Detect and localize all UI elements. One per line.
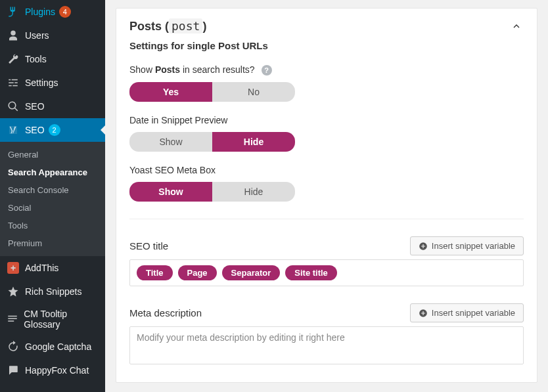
seo-submenu: General Search Appearance Search Console… bbox=[0, 142, 105, 256]
insert-variable-title-button[interactable]: Insert snippet variable bbox=[410, 236, 524, 255]
yoast-icon bbox=[7, 123, 20, 137]
chip-separator[interactable]: Separator bbox=[222, 265, 281, 280]
nav-label: Tools bbox=[25, 54, 47, 64]
admin-sidebar: Plugins 4 Users Tools Settings SEO SEO 2… bbox=[0, 0, 105, 392]
subnav-tools[interactable]: Tools bbox=[0, 217, 105, 234]
chip-page[interactable]: Page bbox=[178, 265, 217, 280]
section-show-in-search: Show Posts in search results? ? Yes No bbox=[129, 64, 524, 102]
subnav-general[interactable]: General bbox=[0, 146, 105, 163]
nav-addthis[interactable]: + AddThis bbox=[0, 256, 105, 280]
main-content: Posts (post) Settings for single Post UR… bbox=[105, 0, 548, 392]
plus-circle-icon bbox=[419, 242, 428, 251]
help-icon[interactable]: ? bbox=[262, 65, 272, 76]
plug-icon bbox=[7, 5, 20, 18]
post-type-code: post bbox=[169, 18, 202, 33]
nav-label: AddThis bbox=[25, 263, 58, 273]
nav-plugins[interactable]: Plugins 4 bbox=[0, 0, 105, 24]
chip-title[interactable]: Title bbox=[137, 265, 173, 280]
addthis-icon: + bbox=[7, 261, 20, 274]
recaptcha-icon bbox=[7, 340, 20, 353]
search-icon bbox=[7, 100, 20, 113]
toggle-date-snippet: Show Hide bbox=[129, 132, 295, 152]
posts-panel: Posts (post) Settings for single Post UR… bbox=[116, 8, 537, 383]
toggle-meta-box: Show Hide bbox=[129, 182, 295, 202]
nav-label: Rich Snippets bbox=[25, 286, 81, 297]
nav-label: HappyFox Chat bbox=[25, 365, 89, 376]
subnav-premium[interactable]: Premium bbox=[0, 234, 105, 252]
wrench-icon bbox=[7, 53, 20, 66]
collapse-toggle[interactable] bbox=[509, 19, 524, 33]
nav-cm-tooltip[interactable]: CM Tooltip Glossary bbox=[0, 303, 105, 335]
subnav-search-appearance[interactable]: Search Appearance bbox=[0, 163, 105, 181]
seo-title-label: SEO title bbox=[129, 240, 168, 251]
plugins-badge: 4 bbox=[59, 6, 71, 18]
nav-label: CM Tooltip Glossary bbox=[24, 309, 99, 330]
meta-description-input[interactable] bbox=[129, 326, 524, 364]
toggle-hide[interactable]: Hide bbox=[212, 132, 295, 152]
subnav-search-console[interactable]: Search Console bbox=[0, 181, 105, 199]
seo-badge: 2 bbox=[49, 124, 60, 136]
toggle-show-in-search: Yes No bbox=[129, 82, 295, 102]
nav-happyfox-chat[interactable]: HappyFox Chat bbox=[0, 359, 105, 382]
show-in-search-label: Show Posts in search results? ? bbox=[129, 64, 524, 76]
nav-label: Settings bbox=[25, 77, 58, 88]
seo-title-input[interactable]: Title Page Separator Site title bbox=[129, 259, 524, 286]
meta-description-label: Meta description bbox=[129, 307, 202, 318]
nav-label: SEO bbox=[25, 125, 45, 135]
user-icon bbox=[7, 29, 20, 42]
toggle-show-2[interactable]: Show bbox=[129, 182, 212, 202]
chat-icon bbox=[7, 364, 20, 377]
chevron-up-icon bbox=[511, 21, 522, 32]
nav-google-captcha[interactable]: Google Captcha bbox=[0, 335, 105, 359]
nav-seo-generic[interactable]: SEO bbox=[0, 95, 105, 118]
toggle-no[interactable]: No bbox=[212, 82, 295, 102]
section-meta-box: Yoast SEO Meta Box Show Hide bbox=[129, 165, 524, 202]
insert-variable-meta-button[interactable]: Insert snippet variable bbox=[410, 303, 524, 322]
toggle-yes[interactable]: Yes bbox=[129, 82, 212, 102]
nav-label: SEO bbox=[25, 101, 45, 112]
sliders-icon bbox=[7, 76, 20, 89]
nav-seo-yoast[interactable]: SEO 2 bbox=[0, 118, 105, 142]
nav-users[interactable]: Users bbox=[0, 24, 105, 47]
separator bbox=[129, 219, 524, 219]
meta-box-label: Yoast SEO Meta Box bbox=[129, 165, 524, 175]
nav-rich-snippets[interactable]: Rich Snippets bbox=[0, 280, 105, 303]
section-date-snippet: Date in Snippet Preview Show Hide bbox=[129, 115, 524, 152]
nav-tools[interactable]: Tools bbox=[0, 47, 105, 71]
toggle-show[interactable]: Show bbox=[129, 132, 212, 152]
nav-label: Users bbox=[25, 30, 49, 41]
plus-circle-icon bbox=[419, 309, 428, 318]
chip-site-title[interactable]: Site title bbox=[285, 265, 337, 280]
nav-label: Plugins bbox=[25, 7, 55, 17]
subnav-social[interactable]: Social bbox=[0, 199, 105, 217]
nav-settings[interactable]: Settings bbox=[0, 71, 105, 95]
star-icon bbox=[7, 285, 20, 298]
nav-label: Google Captcha bbox=[25, 341, 91, 352]
toggle-hide-2[interactable]: Hide bbox=[212, 182, 295, 202]
lines-icon bbox=[7, 313, 18, 326]
panel-title: Posts (post) bbox=[129, 19, 206, 33]
date-snippet-label: Date in Snippet Preview bbox=[129, 115, 524, 125]
panel-subhead: Settings for single Post URLs bbox=[129, 40, 524, 51]
